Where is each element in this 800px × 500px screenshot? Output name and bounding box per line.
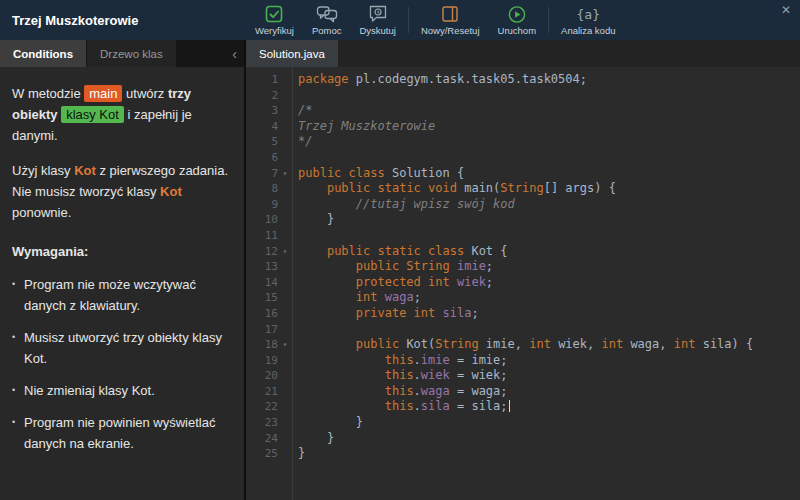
code-text: public static void main(String[] args) { <box>292 181 616 197</box>
analyze-button[interactable]: {a} Analiza kodu <box>552 0 624 40</box>
code-line[interactable]: 13 public String imie; <box>246 259 800 275</box>
code-text <box>292 88 298 104</box>
code-token: Kot { <box>464 244 507 258</box>
fold-marker <box>278 322 292 338</box>
code-line[interactable]: 12▾ public static class Kot { <box>246 244 800 260</box>
code-token: int <box>674 337 696 351</box>
verify-label: Weryfikuj <box>255 25 294 36</box>
code-token <box>298 337 356 351</box>
code-line[interactable]: 3/* <box>246 103 800 119</box>
close-icon[interactable]: ✕ <box>781 4 791 16</box>
task-title: Trzej Muszkoterowie <box>0 0 246 40</box>
fold-marker <box>278 290 292 306</box>
tab-conditions[interactable]: Conditions <box>0 40 86 67</box>
code-text: } <box>292 212 334 228</box>
code-line[interactable]: 25} <box>246 446 800 462</box>
code-token: public class <box>298 166 385 180</box>
codegym-task-window: Trzej Muszkoterowie Weryfikuj Pomoc Dysk… <box>0 0 800 500</box>
discuss-button[interactable]: Dyskutuj <box>350 0 404 40</box>
code-line[interactable]: 19 this.imie = imie; <box>246 353 800 369</box>
code-line[interactable]: 1package pl.codegym.task.task05.task0504… <box>246 72 800 88</box>
bullet-marker: • <box>12 327 24 369</box>
code-line[interactable]: 14 protected int wiek; <box>246 275 800 291</box>
fold-marker[interactable]: ▾ <box>278 337 292 353</box>
toolbar-separator <box>548 7 549 33</box>
code-text: */ <box>292 134 312 150</box>
code-line[interactable]: 23 } <box>246 415 800 431</box>
code-line[interactable]: 9 //tutaj wpisz swój kod <box>246 197 800 213</box>
code-token: . <box>414 368 421 382</box>
code-text: this.sila = sila; <box>292 399 510 415</box>
reset-button[interactable]: Nowy/Resetuj <box>412 0 489 40</box>
collapse-panel-icon[interactable]: ‹ <box>232 40 237 67</box>
code-line[interactable]: 24 } <box>246 431 800 447</box>
fold-marker <box>278 134 292 150</box>
fold-marker <box>278 197 292 213</box>
code-token: //tutaj wpisz swój kod <box>356 197 515 211</box>
help-button[interactable]: Pomoc <box>303 0 351 40</box>
help-icon <box>316 5 338 24</box>
code-text: private int sila; <box>292 306 479 322</box>
text-segment: Nie zmieniaj klasy Kot. <box>24 383 155 398</box>
code-token: public static void <box>327 181 457 195</box>
code-token: this <box>385 384 414 398</box>
line-number: 5 <box>246 134 278 150</box>
fold-marker <box>278 72 292 88</box>
code-line[interactable]: 20 this.wiek = wiek; <box>246 368 800 384</box>
code-line[interactable]: 11 <box>246 228 800 244</box>
text-cursor <box>509 400 511 412</box>
code-token: ; <box>471 306 478 320</box>
task-heading: Wymagania: <box>12 241 232 262</box>
code-token: . <box>414 399 421 413</box>
code-line[interactable]: 7▾public class Solution { <box>246 166 800 182</box>
code-token: . <box>414 384 421 398</box>
code-line[interactable]: 15 int waga; <box>246 290 800 306</box>
code-token: protected int <box>356 275 450 289</box>
code-line[interactable]: 16 private int sila; <box>246 306 800 322</box>
line-number: 1 <box>246 72 278 88</box>
code-text: public static class Kot { <box>292 244 508 260</box>
tab-class-tree[interactable]: Drzewo klas <box>87 40 176 67</box>
code-area[interactable]: 1package pl.codegym.task.task05.task0504… <box>246 67 800 500</box>
code-token <box>298 306 356 320</box>
text-segment: Użyj klasy <box>12 163 74 178</box>
code-token <box>298 290 356 304</box>
tab-solution-java[interactable]: Solution.java <box>246 40 338 67</box>
fold-marker <box>278 228 292 244</box>
code-token: this <box>385 399 414 413</box>
code-token: [] args) { <box>544 181 616 195</box>
fold-marker[interactable]: ▾ <box>278 244 292 260</box>
code-token: public <box>356 337 399 351</box>
fold-marker[interactable]: ▾ <box>278 166 292 182</box>
text-segment: W metodzie <box>12 86 84 101</box>
line-number: 4 <box>246 119 278 135</box>
task-content: W metodzie main utwórz trzy obiekty klas… <box>0 67 244 500</box>
text-segment: Kot <box>160 184 182 199</box>
code-line[interactable]: 4Trzej Muszkoterowie <box>246 119 800 135</box>
fold-marker <box>278 306 292 322</box>
fold-marker <box>278 399 292 415</box>
code-line[interactable]: 6 <box>246 150 800 166</box>
code-line[interactable]: 21 this.waga = waga; <box>246 384 800 400</box>
code-token: imie <box>421 353 450 367</box>
run-button[interactable]: Uruchom <box>489 0 546 40</box>
code-line[interactable]: 18▾ public Kot(String imie, int wiek, in… <box>246 337 800 353</box>
line-number: 14 <box>246 275 278 291</box>
line-number: 16 <box>246 306 278 322</box>
code-line[interactable]: 8 public static void main(String[] args)… <box>246 181 800 197</box>
fold-marker <box>278 259 292 275</box>
code-text: /* <box>292 103 312 119</box>
reset-label: Nowy/Resetuj <box>421 25 480 36</box>
text-segment: Wymagania: <box>12 244 88 259</box>
code-token: } <box>298 446 305 460</box>
verify-button[interactable]: Weryfikuj <box>246 0 303 40</box>
code-line[interactable]: 2 <box>246 88 800 104</box>
code-text: protected int wiek; <box>292 275 493 291</box>
code-line[interactable]: 10 } <box>246 212 800 228</box>
fold-marker <box>278 368 292 384</box>
code-line[interactable]: 17 <box>246 322 800 338</box>
code-line[interactable]: 5*/ <box>246 134 800 150</box>
line-number: 19 <box>246 353 278 369</box>
code-line[interactable]: 22 this.sila = sila; <box>246 399 800 415</box>
code-token <box>298 275 356 289</box>
